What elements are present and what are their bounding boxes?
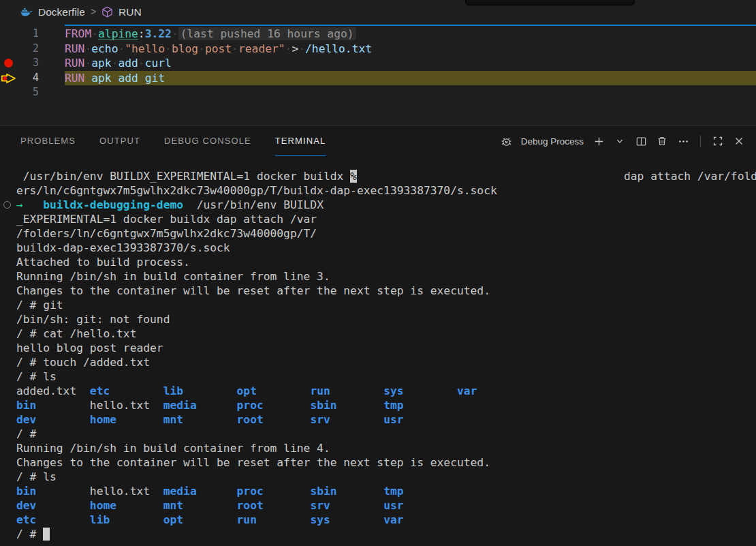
breadcrumb[interactable]: Dockerfile > RUN — [0, 0, 756, 24]
terminal-text: proc — [237, 399, 264, 412]
terminal-text: root — [237, 413, 264, 426]
terminal-text: buildx-dap-exec1393387370/s.sock — [16, 241, 230, 254]
terminal-line: Changes to the container will be reset a… — [16, 284, 756, 298]
terminal-line: added.txt etc lib opt run sys var — [16, 384, 756, 398]
tab-debug-console[interactable]: DEBUG CONSOLE — [164, 126, 251, 156]
terminal-text — [36, 513, 89, 526]
terminal-text: etc — [16, 513, 36, 526]
terminal-text: bin — [16, 399, 36, 412]
terminal-text: Changes to the container will be reset a… — [16, 456, 490, 469]
actions-divider — [700, 136, 701, 147]
terminal-line: dev home mnt root srv usr — [16, 498, 756, 513]
code-line: 2RUN·echo·"hello·blog·post·reader"·>·/he… — [0, 42, 756, 57]
terminal-line: bin hello.txt media proc sbin tmp — [16, 484, 756, 498]
more-actions-icon[interactable] — [676, 134, 691, 149]
terminal-text: /folders/ln/c6gntgwx7m5gwlhx2dkc73w40000… — [16, 227, 317, 240]
panel-actions: Debug Process — [499, 134, 746, 149]
terminal-line: etc lib opt run sys var — [16, 513, 756, 527]
terminal-text — [36, 499, 89, 512]
terminal-text — [36, 485, 89, 498]
line-number: 2 — [18, 42, 39, 57]
trash-icon[interactable] — [655, 134, 670, 149]
terminal-text — [330, 413, 383, 426]
glyph-margin — [0, 27, 18, 42]
tab-terminal[interactable]: TERMINAL — [275, 126, 326, 156]
terminal-text: / # touch /added.txt — [16, 356, 150, 369]
terminal-text — [183, 384, 236, 397]
code-token: RUN — [65, 57, 84, 70]
code-text: FROM·alpine:3.22·(last pushed 16 hours a… — [65, 27, 756, 42]
editor-pane[interactable]: Dockerfile > RUN 1FROM·alpine:3.22·(last… — [0, 0, 756, 125]
terminal-text: opt — [163, 513, 183, 526]
bottom-panel: PROBLEMSOUTPUTDEBUG CONSOLETERMINAL Debu… — [0, 125, 756, 546]
editor-lines: 1FROM·alpine:3.22·(last pushed 16 hours … — [0, 27, 756, 100]
terminal-output[interactable]: /usr/bin/env BUILDX_EXPERIMENTAL=1 docke… — [0, 156, 756, 546]
terminal-text: home — [90, 499, 116, 512]
terminal-text — [330, 384, 383, 397]
terminal-text — [183, 198, 197, 211]
debug-current-line-icon[interactable] — [0, 71, 18, 86]
terminal-text: Attached to build process. — [16, 256, 190, 269]
line-number: 4 — [18, 71, 39, 86]
code-token: · — [84, 42, 91, 55]
line-number: 5 — [18, 85, 39, 100]
code-token: · — [285, 42, 292, 55]
terminal-text: ers/ln/c6gntgwx7m5gwlhx2dkc73w40000gp/T/… — [16, 184, 497, 197]
terminal-text: var — [457, 384, 477, 397]
terminal-text: lib — [163, 384, 183, 397]
new-terminal-icon[interactable] — [591, 134, 606, 149]
terminal-text: / # git — [16, 299, 63, 312]
terminal-line: / # — [16, 427, 756, 441]
terminal-text: mnt — [163, 499, 183, 512]
terminal-text — [257, 513, 310, 526]
terminal-text — [110, 513, 163, 526]
terminal-text — [264, 399, 311, 412]
tab-output[interactable]: OUTPUT — [99, 126, 140, 156]
terminal-line: Attached to build process. — [16, 255, 756, 269]
editor-top-border — [65, 25, 756, 26]
terminal-text: proc — [237, 485, 264, 498]
terminal-text: var — [383, 513, 403, 526]
line-number: 1 — [18, 27, 39, 42]
terminal-text: / # — [16, 427, 36, 440]
line-number: 3 — [18, 56, 39, 71]
terminal-text — [110, 384, 163, 397]
close-panel-icon[interactable] — [731, 134, 746, 149]
terminal-line: hello blog post reader — [16, 341, 756, 355]
terminal-text: run — [310, 384, 330, 397]
terminal-text: Changes to the container will be reset a… — [16, 284, 490, 297]
breadcrumb-file[interactable]: Dockerfile — [38, 6, 85, 18]
code-token: 3.22 — [145, 27, 172, 40]
terminal-line: buildx-dap-exec1393387370/s.sock — [16, 241, 756, 255]
terminal-text — [183, 513, 236, 526]
terminal-text: media — [163, 399, 197, 412]
terminal-text — [330, 513, 383, 526]
code-token: (last pushed 16 hours ago) — [178, 27, 356, 40]
terminal-text: _EXPERIMENTAL=1 docker buildx dap attach… — [16, 213, 317, 226]
terminal-text: % — [350, 170, 357, 183]
bug-debug-icon[interactable] — [499, 134, 514, 149]
terminal-text: etc — [90, 384, 110, 397]
code-token: · — [172, 27, 178, 40]
breakpoint-icon[interactable] — [0, 56, 18, 71]
terminal-text: Running /bin/sh in build container from … — [16, 442, 330, 455]
maximize-panel-icon[interactable] — [710, 134, 725, 149]
breadcrumb-symbol[interactable]: RUN — [119, 6, 142, 18]
chevron-down-icon[interactable] — [612, 134, 627, 149]
command-decoration-icon[interactable] — [3, 201, 11, 209]
terminal-text: usr — [383, 499, 403, 512]
terminal-text — [264, 485, 311, 498]
terminal-text: bin — [16, 485, 36, 498]
terminal-line: / # cat /hello.txt — [16, 327, 756, 341]
code-token: FROM — [65, 27, 91, 40]
terminal-text: opt — [237, 384, 257, 397]
terminal-text: / # ls — [16, 370, 57, 383]
terminal-text: dap attach /var/fold — [624, 170, 756, 183]
terminal-instance-label[interactable]: Debug Process — [521, 136, 584, 147]
terminal-text: tmp — [383, 485, 403, 498]
terminal-text: sbin — [310, 485, 336, 498]
terminal-text: / # cat /hello.txt — [16, 327, 136, 340]
tab-problems[interactable]: PROBLEMS — [20, 126, 76, 156]
terminal-text — [23, 198, 43, 211]
split-terminal-icon[interactable] — [633, 134, 648, 149]
